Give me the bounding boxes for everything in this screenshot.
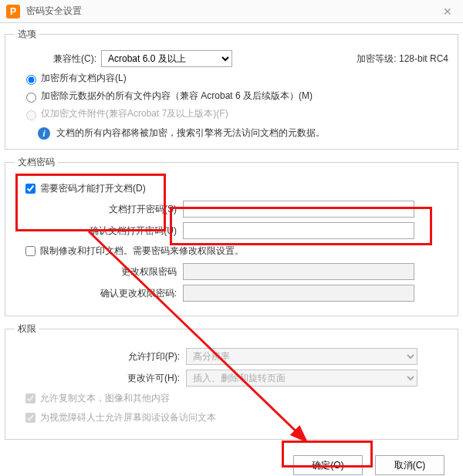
encrypt-all-radio[interactable]: 加密所有文档内容(L) xyxy=(22,72,448,85)
allow-copy-check: 允许复制文本，图像和其他内容 xyxy=(22,391,448,406)
permissions-group: 权限 允许打印(P): 高分辨率 更改许可(H): 插入、删除和旋转页面 允许复… xyxy=(5,322,458,440)
dialog-footer: 确定(O) 取消(C) xyxy=(5,446,458,476)
restrict-edit-check[interactable]: 限制修改和打印文档。需要密码来修改权限设置。 xyxy=(22,244,448,258)
allow-copy-checkbox xyxy=(25,393,35,403)
close-icon[interactable]: ✕ xyxy=(438,2,457,21)
allow-print-label: 允许打印(P): xyxy=(15,350,180,363)
change-allow-label: 更改许可(H): xyxy=(15,372,180,385)
allow-print-row: 允许打印(P): 高分辨率 xyxy=(15,348,448,365)
confirm-perm-pw-label: 确认更改权限密码: xyxy=(15,287,177,300)
perm-pw-label: 更改权限密码 xyxy=(15,265,177,279)
titlebar: P 密码安全设置 ✕ xyxy=(0,0,463,23)
perm-pw-row: 更改权限密码 xyxy=(15,263,448,280)
info-row: i 文档的所有内容都将被加密，搜索引擎将无法访问文档的元数据。 xyxy=(38,127,448,140)
open-pw-input[interactable] xyxy=(183,201,414,218)
confirm-open-pw-row: 确认文档打开密码(U) xyxy=(15,222,448,239)
encrypt-except-meta-radio[interactable]: 加密除元数据外的所有文件内容（兼容 Acrobat 6 及后续版本）(M) xyxy=(22,89,448,103)
encrypt-all-radio-input[interactable] xyxy=(26,75,36,85)
perm-pw-input xyxy=(183,263,414,280)
encrypt-attach-only-radio: 仅加密文件附件(兼容Acrobat 7及以上版本)(F) xyxy=(22,107,448,120)
change-allow-row: 更改许可(H): 插入、删除和旋转页面 xyxy=(15,370,448,387)
require-open-pw-label: 需要密码才能打开文档(D) xyxy=(40,182,146,195)
confirm-open-pw-input[interactable] xyxy=(183,222,414,239)
window-title: 密码安全设置 xyxy=(26,5,438,18)
change-allow-select: 插入、删除和旋转页面 xyxy=(186,370,417,387)
allow-copy-label: 允许复制文本，图像和其他内容 xyxy=(40,392,170,405)
doc-password-legend: 文档密码 xyxy=(15,156,58,169)
allow-print-select: 高分辨率 xyxy=(186,348,417,365)
open-pw-row: 文档打开密码(S) xyxy=(15,201,448,218)
require-open-pw-check[interactable]: 需要密码才能打开文档(D) xyxy=(22,181,448,196)
require-open-pw-checkbox[interactable] xyxy=(25,184,35,194)
compat-select[interactable]: Acrobat 6.0 及以上 xyxy=(101,50,232,67)
info-text: 文档的所有内容都将被加密，搜索引擎将无法访问文档的元数据。 xyxy=(56,127,325,140)
open-pw-label: 文档打开密码(S) xyxy=(15,203,177,216)
compat-row: 兼容性(C): Acrobat 6.0 及以上 加密等级: 128-bit RC… xyxy=(15,50,448,67)
app-logo-icon: P xyxy=(6,5,20,19)
encrypt-attach-only-label: 仅加密文件附件(兼容Acrobat 7及以上版本)(F) xyxy=(41,107,228,120)
doc-password-group: 文档密码 需要密码才能打开文档(D) 文档打开密码(S) 确认文档打开密码(U)… xyxy=(5,156,458,316)
confirm-open-pw-label: 确认文档打开密码(U) xyxy=(15,224,177,238)
allow-screenreader-label: 为视觉障碍人士允许屏幕阅读设备访问文本 xyxy=(40,411,216,424)
encrypt-all-label: 加密所有文档内容(L) xyxy=(41,72,127,85)
encrypt-except-meta-radio-input[interactable] xyxy=(26,93,36,103)
encrypt-except-meta-label: 加密除元数据外的所有文件内容（兼容 Acrobat 6 及后续版本）(M) xyxy=(41,89,313,103)
ok-button[interactable]: 确定(O) xyxy=(293,455,363,475)
cancel-button[interactable]: 取消(C) xyxy=(375,455,444,475)
restrict-edit-checkbox[interactable] xyxy=(25,246,35,256)
options-group: 选项 兼容性(C): Acrobat 6.0 及以上 加密等级: 128-bit… xyxy=(5,28,458,150)
confirm-perm-pw-row: 确认更改权限密码: xyxy=(15,285,448,302)
restrict-edit-label: 限制修改和打印文档。需要密码来修改权限设置。 xyxy=(40,245,244,258)
options-legend: 选项 xyxy=(15,28,39,41)
allow-screenreader-checkbox xyxy=(25,413,35,423)
enc-level: 加密等级: 128-bit RC4 xyxy=(357,52,448,66)
confirm-perm-pw-input xyxy=(183,285,414,302)
encrypt-attach-only-radio-input xyxy=(26,110,36,120)
allow-screenreader-check: 为视觉障碍人士允许屏幕阅读设备访问文本 xyxy=(22,410,448,425)
permissions-legend: 权限 xyxy=(15,322,39,336)
info-icon: i xyxy=(38,127,50,140)
compat-label: 兼容性(C): xyxy=(15,52,96,66)
